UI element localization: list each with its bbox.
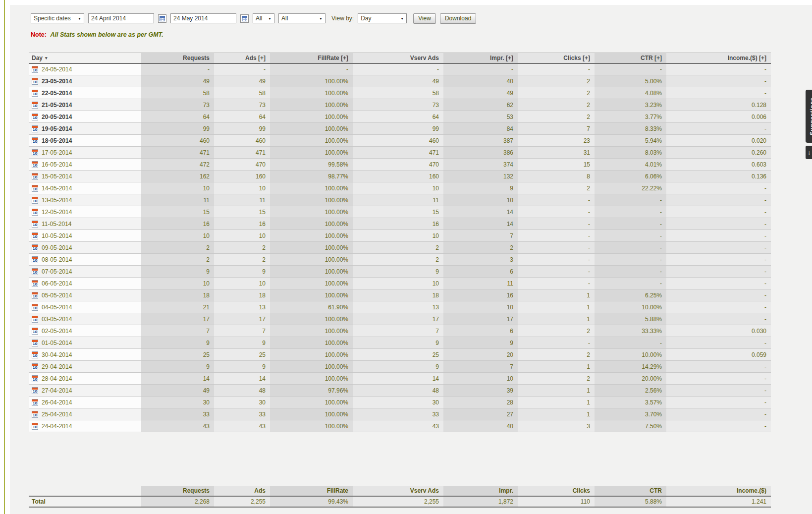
cell-income: - — [666, 254, 771, 266]
column-header-impr[interactable]: Impr. [+] — [443, 53, 518, 63]
row-date-link[interactable]: 24-05-2014 — [42, 66, 72, 73]
end-date-calendar-button[interactable] — [240, 14, 249, 23]
calendar-icon: 10 — [32, 102, 38, 109]
row-date-link[interactable]: 30-04-2014 — [42, 351, 72, 358]
cell-day: 1028-04-2014 — [29, 373, 141, 385]
calendar-icon-day: 10 — [32, 140, 38, 144]
row-date-link[interactable]: 14-05-2014 — [42, 185, 72, 192]
date-range-select[interactable]: Specific dates ▼ — [31, 13, 84, 23]
cell-clicks: 3 — [518, 420, 595, 432]
column-header-day[interactable]: Day▾ — [29, 53, 141, 63]
cell-ctr: 5.00% — [595, 75, 666, 87]
column-header-clicks[interactable]: Clicks [+] — [518, 53, 595, 63]
filter2-select[interactable]: All ▼ — [278, 13, 325, 23]
cell-day: 1010-05-2014 — [29, 230, 141, 242]
row-date-link[interactable]: 26-04-2014 — [42, 399, 72, 406]
cell-ctr: 33.33% — [595, 325, 666, 337]
row-date-link[interactable]: 18-05-2014 — [42, 137, 72, 144]
row-date-link[interactable]: 16-05-2014 — [42, 161, 72, 168]
table-row: 1030-04-20142525100.00%2520210.00%0.059 — [29, 349, 771, 361]
view-by-select[interactable]: Day ▼ — [358, 13, 407, 23]
calendar-icon-day: 10 — [32, 116, 38, 120]
row-date-link[interactable]: 08-05-2014 — [42, 256, 72, 263]
cell-requests: 472 — [141, 159, 214, 171]
row-date-link[interactable]: 19-05-2014 — [42, 125, 72, 132]
cell-income: 0.136 — [666, 171, 771, 182]
cell-fillrate: 100.00% — [270, 194, 353, 206]
table-row: 1014-05-20141010100.00%109222.22%- — [29, 182, 771, 194]
cell-impr: 27 — [443, 408, 518, 420]
cell-vserv_ads: 10 — [353, 182, 443, 194]
column-header-fillrate[interactable]: FillRate [+] — [270, 53, 353, 63]
start-date-calendar-button[interactable] — [158, 14, 166, 23]
table-row: 1008-05-201422100.00%23--- — [29, 254, 771, 266]
stats-table-header: Day▾RequestsAds [+]FillRate [+]Vserv Ads… — [29, 53, 771, 63]
row-date-link[interactable]: 27-04-2014 — [42, 387, 72, 394]
calendar-icon-day: 10 — [32, 378, 38, 382]
cell-vserv_ads: 9 — [353, 337, 443, 349]
end-date-input[interactable] — [170, 13, 236, 23]
table-row: 1028-04-20141414100.00%1410220.00%- — [29, 373, 771, 385]
row-date-link[interactable]: 23-05-2014 — [42, 78, 72, 85]
start-date-input[interactable] — [88, 13, 154, 23]
calendar-icon: 10 — [32, 328, 38, 335]
calendar-icon: 10 — [32, 256, 38, 263]
table-row: 1002-05-201477100.00%76233.33%0.030 — [29, 325, 771, 337]
cell-income: 0.603 — [666, 159, 771, 171]
row-date-link[interactable]: 12-05-2014 — [42, 209, 72, 216]
row-date-link[interactable]: 05-05-2014 — [42, 292, 72, 299]
row-date-link[interactable]: 28-04-2014 — [42, 375, 72, 382]
row-date-link[interactable]: 15-05-2014 — [42, 173, 72, 180]
cell-fillrate: 98.77% — [270, 171, 353, 182]
row-date-link[interactable]: 11-05-2014 — [42, 221, 72, 228]
calendar-icon: 10 — [32, 221, 38, 228]
table-row: 1018-05-2014460460100.00%460387235.94%0.… — [29, 135, 771, 147]
cell-vserv_ads: 58 — [353, 87, 443, 99]
row-date-link[interactable]: 25-04-2014 — [42, 411, 72, 418]
row-date-link[interactable]: 01-05-2014 — [42, 340, 72, 346]
cell-ads: 10 — [214, 278, 270, 289]
cell-clicks: 1 — [518, 289, 595, 301]
cell-income: - — [666, 278, 771, 289]
row-date-link[interactable]: 17-05-2014 — [42, 149, 72, 156]
feedback-tab[interactable]: Suggestions — [806, 90, 812, 143]
column-header-ads[interactable]: Ads [+] — [214, 53, 270, 63]
cell-ads: 10 — [214, 182, 270, 194]
row-date-link[interactable]: 03-05-2014 — [42, 316, 72, 323]
feedback-tab-arrow[interactable]: ↓ — [806, 146, 812, 159]
filter1-select[interactable]: All ▼ — [253, 13, 274, 23]
cell-vserv_ads: 64 — [353, 111, 443, 123]
cell-fillrate: 100.00% — [270, 99, 353, 111]
row-date-link[interactable]: 24-04-2014 — [42, 423, 72, 430]
column-header-income[interactable]: Income.($) [+] — [666, 53, 771, 63]
cell-vserv_ads: 18 — [353, 289, 443, 301]
row-date-link[interactable]: 29-04-2014 — [42, 363, 72, 370]
column-header-ctr[interactable]: CTR [+] — [595, 53, 666, 63]
calendar-grid-icon — [160, 16, 165, 21]
cell-clicks: - — [518, 218, 595, 230]
cell-day: 1014-05-2014 — [29, 182, 141, 194]
cell-ads: 2 — [214, 254, 270, 266]
cell-day: 1026-04-2014 — [29, 397, 141, 408]
row-date-link[interactable]: 21-05-2014 — [42, 102, 72, 109]
cell-ads: 33 — [214, 408, 270, 420]
cell-vserv_ads: 7 — [353, 325, 443, 337]
row-date-link[interactable]: 02-05-2014 — [42, 328, 72, 335]
row-date-link[interactable]: 06-05-2014 — [42, 280, 72, 287]
cell-vserv_ads: 43 — [353, 420, 443, 432]
column-header-requests[interactable]: Requests — [141, 53, 214, 63]
row-date-link[interactable]: 07-05-2014 — [42, 268, 72, 275]
row-date-link[interactable]: 04-05-2014 — [42, 304, 72, 311]
cell-income: 0.030 — [666, 325, 771, 337]
cell-fillrate: 100.00% — [270, 206, 353, 218]
row-date-link[interactable]: 09-05-2014 — [42, 244, 72, 251]
row-date-link[interactable]: 13-05-2014 — [42, 197, 72, 204]
download-button[interactable]: Download — [440, 13, 476, 24]
note-prefix: Note: — [31, 31, 47, 38]
row-date-link[interactable]: 22-05-2014 — [42, 90, 72, 97]
column-header-vserv_ads[interactable]: Vserv Ads — [353, 53, 443, 63]
view-button[interactable]: View — [413, 13, 436, 24]
row-date-link[interactable]: 20-05-2014 — [42, 114, 72, 120]
row-date-link[interactable]: 10-05-2014 — [42, 232, 72, 239]
cell-ctr: 10.00% — [595, 349, 666, 361]
